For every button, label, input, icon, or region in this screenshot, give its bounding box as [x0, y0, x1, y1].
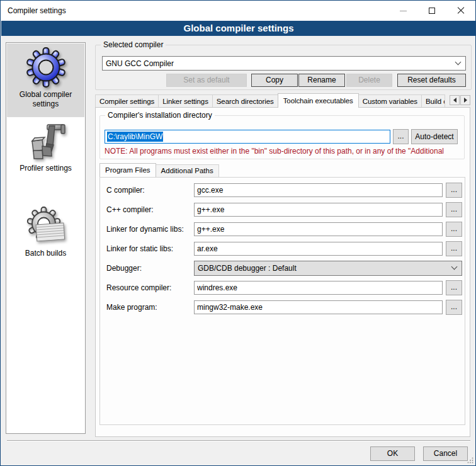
installation-directory-group: Compiler's installation directory C:\ray… [99, 115, 465, 159]
browse-c-compiler-button[interactable]: ... [446, 183, 462, 198]
selected-compiler-group: Selected compiler GNU GCC Compiler Set a… [95, 45, 472, 90]
resize-grip[interactable] [467, 457, 473, 463]
form-row-dynamic-linker: Linker for dynamic libs: ... [100, 222, 465, 236]
settings-category-list: Global compiler settings [6, 42, 86, 434]
browse-dynamic-linker-button[interactable]: ... [446, 222, 462, 237]
subtab-additional-paths[interactable]: Additional Paths [156, 164, 219, 177]
minimize-button[interactable] [388, 1, 417, 21]
note-text: NOTE: All programs must exist either in … [105, 147, 461, 156]
rename-button[interactable]: Rename [298, 74, 345, 87]
form-row-make-program: Make program: ... [100, 300, 465, 314]
form-row-resource-compiler: Resource compiler: ... [100, 281, 465, 295]
maximize-icon [429, 8, 435, 14]
titlebar: Compiler settings [1, 1, 475, 21]
group-label: Selected compiler [101, 40, 166, 50]
form-row-cpp-compiler: C++ compiler: ... [100, 203, 465, 217]
tab-custom-variables[interactable]: Custom variables [358, 94, 422, 108]
field-label: Resource compiler: [106, 281, 171, 295]
c-compiler-input[interactable] [194, 183, 443, 197]
make-program-input[interactable] [194, 300, 443, 314]
set-as-default-button: Set as default [166, 74, 247, 87]
installation-dir-value: C:\raylib\MinGW [107, 132, 163, 142]
browse-cpp-compiler-button[interactable]: ... [446, 202, 462, 217]
footer-separator [7, 440, 470, 441]
tab-scroll-left-button[interactable] [450, 95, 460, 105]
sidebar-item-label: Profiler settings [7, 164, 84, 173]
delete-button: Delete [346, 74, 392, 87]
debugger-select-value: GDB/CDB debugger : Default [198, 264, 297, 273]
blue-gear-icon [26, 47, 66, 88]
settings-tabstrip: Compiler settings Linker settings Search… [95, 93, 470, 108]
close-button[interactable] [446, 1, 475, 21]
program-files-tabstrip: Program Files Additional Paths [99, 163, 218, 177]
window-title: Compiler settings [8, 1, 66, 21]
close-icon [457, 7, 465, 14]
compiler-settings-dialog: Compiler settings Global compiler settin… [0, 0, 476, 466]
cpp-compiler-input[interactable] [194, 203, 443, 217]
arrow-right-icon [464, 98, 470, 103]
maximize-button[interactable] [417, 1, 446, 21]
group-label: Compiler's installation directory [105, 111, 215, 120]
browse-install-dir-button[interactable]: ... [393, 129, 409, 144]
field-label: C compiler: [106, 183, 145, 197]
resource-compiler-input[interactable] [194, 281, 443, 295]
form-row-static-linker: Linker for static libs: ... [100, 242, 465, 256]
batch-builds-gear-icon [26, 206, 66, 246]
debugger-select[interactable]: GDB/CDB debugger : Default [194, 261, 462, 276]
sidebar-item-batch-builds[interactable]: Batch builds [7, 203, 84, 258]
form-row-c-compiler: C compiler: ... [100, 183, 465, 197]
tab-scroll-right-button[interactable] [460, 95, 470, 105]
dynamic-linker-input[interactable] [194, 222, 443, 236]
field-label: Linker for static libs: [106, 242, 173, 256]
browse-make-program-button[interactable]: ... [446, 300, 462, 315]
ok-button[interactable]: OK [370, 446, 415, 461]
cancel-button[interactable]: Cancel [423, 446, 468, 461]
chevron-down-icon [451, 264, 458, 270]
page-title: Global compiler settings [1, 21, 476, 36]
toolchain-executables-page: Compiler's installation directory C:\ray… [95, 107, 470, 437]
field-label: Linker for dynamic libs: [106, 222, 184, 236]
compiler-select[interactable]: GNU GCC Compiler [102, 56, 466, 71]
compiler-select-value: GNU GCC Compiler [106, 59, 174, 68]
tab-build-options[interactable]: Build options [421, 94, 445, 108]
sidebar-item-global-compiler-settings[interactable]: Global compiler settings [7, 43, 84, 117]
auto-detect-button[interactable]: Auto-detect [411, 129, 458, 144]
static-linker-input[interactable] [194, 242, 443, 256]
chevron-down-icon [455, 59, 462, 65]
form-row-debugger: Debugger: GDB/CDB debugger : Default [100, 261, 465, 275]
reset-defaults-button[interactable]: Reset defaults [397, 74, 466, 87]
field-label: Debugger: [106, 261, 142, 275]
field-label: C++ compiler: [106, 203, 154, 217]
browse-static-linker-button[interactable]: ... [446, 241, 462, 256]
sidebar-item-label: Global compiler settings [7, 90, 84, 109]
profiler-caliper-icon [26, 121, 66, 161]
field-label: Make program: [106, 300, 157, 314]
browse-resource-compiler-button[interactable]: ... [446, 280, 462, 295]
subtab-program-files[interactable]: Program Files [99, 163, 156, 177]
copy-button[interactable]: Copy [251, 74, 298, 87]
installation-dir-input[interactable]: C:\raylib\MinGW [105, 130, 390, 144]
sidebar-item-label: Batch builds [7, 249, 84, 258]
arrow-left-icon [451, 98, 456, 103]
tab-compiler-settings[interactable]: Compiler settings [95, 94, 159, 108]
tab-toolchain-executables[interactable]: Toolchain executables [278, 93, 359, 108]
sidebar-item-profiler-settings[interactable]: Profiler settings [7, 118, 84, 173]
minimize-icon [400, 11, 407, 11]
program-files-page: C compiler: ... C++ compiler: ... Linker… [99, 177, 465, 425]
tab-search-directories[interactable]: Search directories [212, 94, 278, 108]
tab-linker-settings[interactable]: Linker settings [158, 94, 213, 108]
